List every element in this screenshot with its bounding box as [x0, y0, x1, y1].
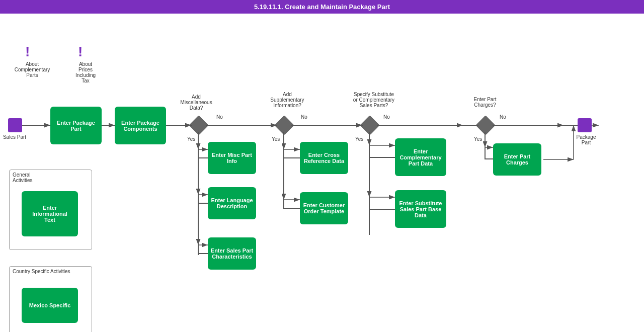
- country-specific-title: Country Specific Activities: [10, 267, 92, 276]
- about-prices-icon[interactable]: !: [78, 44, 83, 60]
- part-charges-no-label: No: [500, 114, 506, 120]
- enter-cross-ref[interactable]: Enter CrossReference Data: [300, 142, 348, 174]
- enter-complementary[interactable]: EnterComplementaryPart Data: [395, 138, 446, 176]
- enter-customer-order[interactable]: Enter CustomerOrder Template: [300, 192, 348, 224]
- enter-substitute[interactable]: Enter SubstituteSales Part BaseData: [395, 190, 446, 228]
- misc-yes-label: Yes: [187, 136, 195, 142]
- enter-sales-part-char[interactable]: Enter Sales PartCharacteristics: [208, 237, 256, 270]
- add-misc-label: AddMiscellaneousData?: [174, 94, 219, 111]
- enter-misc-part-info[interactable]: Enter Misc PartInfo: [208, 142, 256, 174]
- enter-language-desc[interactable]: Enter LanguageDescription: [208, 187, 256, 219]
- enter-part-charges[interactable]: Enter PartCharges: [493, 143, 541, 176]
- package-part-node: [578, 118, 592, 132]
- substitute-no-label: No: [383, 114, 390, 120]
- misc-no-label: No: [216, 114, 223, 120]
- about-complementary-icon[interactable]: !: [25, 44, 30, 60]
- page-title: 5.19.11.1. Create and Maintain Package P…: [254, 3, 390, 11]
- add-supplementary-label: AddSupplementaryInformation?: [265, 92, 310, 108]
- enter-package-components[interactable]: Enter PackageComponents: [115, 107, 166, 144]
- supplementary-yes-label: Yes: [272, 136, 280, 142]
- general-activities-title: GeneralActivities: [10, 170, 92, 185]
- mexico-specific[interactable]: Mexico Specific: [22, 288, 78, 323]
- about-prices-label: AboutPricesIncludingTax: [65, 61, 106, 84]
- supplementary-no-label: No: [301, 114, 307, 120]
- part-charges-yes-label: Yes: [474, 136, 482, 142]
- title-bar: 5.19.11.1. Create and Maintain Package P…: [0, 0, 644, 14]
- enter-package-part[interactable]: Enter PackagePart: [50, 107, 102, 144]
- specify-substitute-label: Specify Substituteor ComplementarySales …: [349, 92, 399, 108]
- enter-part-charges-question-label: Enter PartCharges?: [465, 97, 505, 108]
- enter-informational-text[interactable]: EnterInformationalText: [22, 191, 78, 236]
- about-complementary-label: AboutComplementaryParts: [5, 61, 60, 78]
- country-specific-panel: Country Specific Activities Mexico Speci…: [9, 266, 92, 332]
- diagram-area: Sales Part Enter PackagePart Enter Packa…: [0, 14, 644, 332]
- sales-part-node: [8, 118, 22, 132]
- general-activities-panel: GeneralActivities EnterInformationalText: [9, 170, 92, 250]
- package-part-label: PackagePart: [571, 134, 601, 145]
- sales-part-label: Sales Part: [2, 134, 27, 140]
- substitute-yes-label: Yes: [355, 136, 363, 142]
